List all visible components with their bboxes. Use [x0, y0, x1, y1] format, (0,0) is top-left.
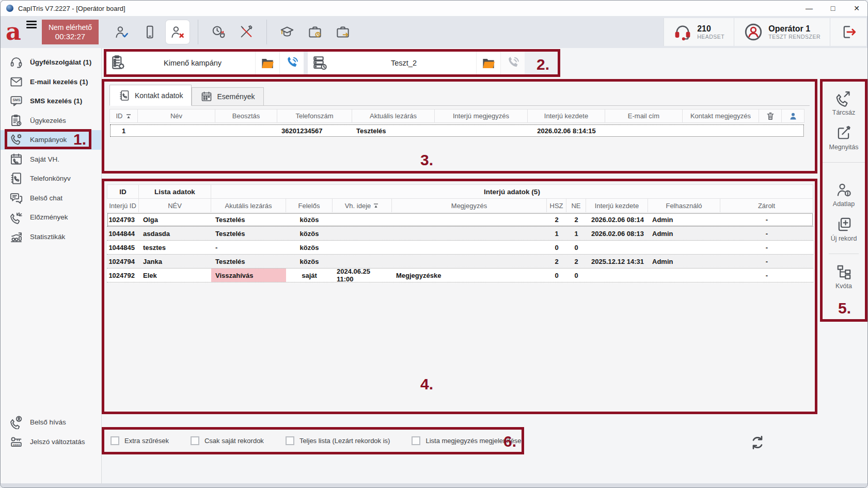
- tools-button[interactable]: [234, 20, 258, 44]
- window-bottom-edge: [1, 483, 868, 488]
- column-header-akutalis-lezaras[interactable]: Akutális lezárás: [211, 199, 286, 213]
- contact-panel: Kontakt adatok Események ID Név Beosztás…: [102, 79, 817, 174]
- cell: Tesztelés: [211, 227, 286, 240]
- headset-status[interactable]: 210 HEADSET: [664, 18, 734, 46]
- checkbox[interactable]: [111, 436, 119, 445]
- dial-button[interactable]: Tárcsáz: [832, 90, 855, 116]
- sidebar-item-jelszo-valtoztatas[interactable]: xxxx Jelszó változtatás: [1, 432, 102, 452]
- case-send-button[interactable]: [331, 20, 355, 44]
- interview-row[interactable]: 1024792 Elek Visszahívás saját 2024.06.2…: [107, 269, 813, 282]
- campaign-2-dial-button[interactable]: [500, 52, 525, 74]
- campaign-1-open-button[interactable]: [255, 52, 279, 74]
- annotation-4: 4.: [420, 376, 433, 392]
- hamburger-icon[interactable]: [26, 21, 37, 30]
- column-header-telefonszam[interactable]: Telefonszám: [277, 109, 352, 123]
- training-button[interactable]: [275, 20, 299, 44]
- cell: Olga: [139, 213, 211, 226]
- phonebook-icon: [9, 171, 23, 185]
- cell: 0: [547, 269, 566, 282]
- column-header-interju-id[interactable]: Interjú ID: [107, 199, 139, 213]
- cell: 1024792: [107, 269, 139, 282]
- not-available-button[interactable]: [166, 20, 190, 44]
- datasheet-button[interactable]: Adatlap: [833, 181, 855, 208]
- clipboard-tasks-icon: [9, 114, 23, 128]
- campaign-list-icon: [106, 52, 130, 74]
- column-header-ne[interactable]: NE: [566, 199, 586, 213]
- column-header-kontakt-megjegyzes[interactable]: Kontakt megjegyzés: [683, 109, 759, 123]
- trash-icon: [765, 111, 776, 121]
- contact-row[interactable]: 1 36201234567 Tesztelés 2026.02.06 8:14:…: [109, 124, 804, 137]
- status-badge[interactable]: Nem elérhető 00:32:27: [42, 20, 99, 44]
- cell: [333, 241, 392, 254]
- sidebar-item-ugyfelszolgalat[interactable]: Ügyfélszolgálat (1): [1, 53, 101, 72]
- interview-row[interactable]: 1024794 Janka Tesztelés közös 2 2 2025.1…: [107, 255, 813, 269]
- column-header-interju-kezdete[interactable]: Interjú kezdete: [528, 109, 605, 123]
- cell: 1024794: [107, 255, 139, 268]
- checkbox[interactable]: [412, 436, 420, 445]
- cell: [138, 124, 215, 137]
- sort-icon: [125, 114, 132, 119]
- cell: 2: [547, 213, 566, 226]
- refresh-button[interactable]: [748, 433, 767, 452]
- tab-kontakt-adatok[interactable]: Kontakt adatok: [109, 85, 192, 106]
- open-button[interactable]: Megnyitás: [829, 124, 859, 151]
- mobile-button[interactable]: [138, 20, 162, 44]
- quota-button[interactable]: Kvóta: [835, 263, 853, 290]
- column-header-zarolt[interactable]: Zárolt: [720, 199, 813, 213]
- available-button[interactable]: [110, 20, 134, 44]
- new-record-button[interactable]: Új rekord: [831, 216, 857, 242]
- checkbox[interactable]: [191, 436, 199, 445]
- sidebar-item-belso-hivas[interactable]: Belső hívás: [1, 413, 102, 432]
- operator-info[interactable]: Operátor 1 TESZT RENDSZER: [734, 18, 830, 46]
- minimize-button[interactable]: —: [797, 1, 821, 16]
- maximize-button[interactable]: □: [821, 1, 845, 16]
- campaign-1-dial-button[interactable]: [279, 52, 304, 74]
- sidebar-item-elozmenyek[interactable]: Előzmények: [1, 208, 101, 227]
- sidebar-item-belso-chat[interactable]: Belső chat: [1, 188, 101, 208]
- cell: Tesztelés: [211, 213, 286, 226]
- interview-row[interactable]: 1044845 tesztes - közös 0 0 -: [107, 241, 813, 255]
- campaign-1-name: Kimenő kampány: [130, 52, 255, 74]
- column-header-interju-megjegyzes[interactable]: Interjú megjegyzés: [435, 109, 528, 123]
- checkbox[interactable]: [286, 436, 294, 445]
- close-button[interactable]: ✕: [845, 1, 868, 16]
- cell: 1044844: [107, 227, 139, 240]
- logout-button[interactable]: [830, 18, 866, 46]
- person-column-header[interactable]: [782, 109, 804, 123]
- cell: -: [720, 213, 813, 226]
- sidebar-item-statisztikak[interactable]: Statisztikák: [1, 227, 101, 247]
- checkbox-csak-sajat-rekordok[interactable]: Csak saját rekordok: [191, 436, 264, 445]
- column-header-megjegyzes[interactable]: Megjegyzés: [392, 199, 547, 213]
- column-header-nev[interactable]: Név: [138, 109, 215, 123]
- cell: [782, 124, 804, 137]
- column-header-aktualis-lezaras[interactable]: Aktuális lezárás: [352, 109, 435, 123]
- tab-esemenyek[interactable]: Események: [192, 87, 263, 106]
- column-header-interju-kezdete[interactable]: Interjú kezdete: [586, 199, 648, 213]
- sidebar-item-ugykezeles[interactable]: Ügykezelés: [1, 111, 101, 131]
- column-header-hsz[interactable]: HSZ: [547, 199, 566, 213]
- headset-number: 210: [697, 24, 724, 34]
- column-header-vh-ideje[interactable]: Vh. ideje: [333, 199, 392, 213]
- sidebar-item-telefonkonyv[interactable]: Telefonkönyv: [1, 169, 101, 188]
- case-pending-button[interactable]: [303, 20, 327, 44]
- delete-column-header[interactable]: [759, 109, 782, 123]
- break-button[interactable]: [207, 20, 230, 44]
- cell: 1: [547, 227, 566, 240]
- column-header-email[interactable]: E-mail cím: [605, 109, 683, 123]
- campaign-2-open-button[interactable]: [476, 52, 500, 74]
- sidebar-item-sms[interactable]: SMS SMS kezelés (1): [1, 91, 101, 111]
- sidebar-item-sajat-vh[interactable]: Saját VH.: [1, 150, 101, 169]
- column-header-felelos[interactable]: Felelős: [286, 199, 333, 213]
- column-header-felhasznalo[interactable]: Felhasználó: [648, 199, 720, 213]
- column-header-nev[interactable]: NÉV: [139, 199, 211, 213]
- interview-row[interactable]: 1024793 Olga Tesztelés közös 2 2 2026.02…: [107, 213, 813, 227]
- checkbox-teljes-lista[interactable]: Teljes lista (Lezárt rekordok is): [286, 436, 390, 445]
- interview-panel: ID Lista adatok Interjú adatok (5) Inter…: [102, 179, 817, 414]
- interview-row[interactable]: 1044844 asdasda Tesztelés közös 1 1 2026…: [107, 227, 813, 241]
- column-header-beosztas[interactable]: Beosztás: [215, 109, 277, 123]
- cell: [586, 241, 648, 254]
- checkbox-extra-szuresek[interactable]: Extra szűrések: [111, 436, 169, 445]
- brand-logo[interactable]: a: [6, 20, 29, 44]
- sidebar-item-email[interactable]: E-mail kezelés (1): [1, 72, 101, 92]
- column-header-id[interactable]: ID: [109, 109, 138, 123]
